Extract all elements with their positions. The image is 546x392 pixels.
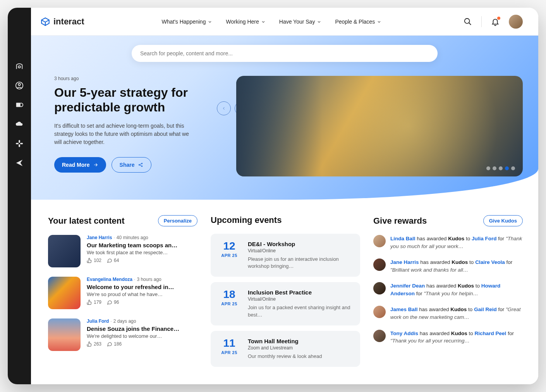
avatar[interactable] [373,330,386,342]
hero-dot-2[interactable] [493,166,496,170]
rail-send-icon[interactable] [15,159,24,167]
hero-image [236,76,523,176]
reward-giver[interactable]: Linda Ball [390,236,416,241]
hero-dot-3[interactable] [499,166,503,170]
svg-rect-8 [20,143,23,144]
chevron-down-icon [261,20,265,24]
thumbs-up-icon [87,300,92,305]
event-location: Virtual/Online [248,248,352,253]
rail-workday-icon[interactable] [15,62,24,70]
content-thumbnail [48,277,81,309]
search-icon[interactable] [464,17,472,26]
event-card[interactable]: 12APR 25 DE&I - WorkshopVirtual/OnlinePl… [211,234,360,277]
content-author[interactable]: Evangelina Mendoza [87,277,132,282]
content-title: Denise Souza joins the Finance… [87,325,197,332]
latest-content-column: Your latest content Personalize Jane Har… [48,215,197,372]
reward-giver[interactable]: Jane Harris [390,259,419,265]
comment-count[interactable]: 96 [107,300,119,305]
rail-onedrive-icon[interactable] [15,120,24,128]
give-kudos-button[interactable]: Give Kudos [483,215,523,226]
reward-receiver[interactable]: Gail Reid [474,306,497,312]
content-author[interactable]: Jane Harris [87,235,112,240]
svg-point-11 [141,163,142,164]
content-title: Our Marketing team scoops an… [87,242,197,248]
personalize-button[interactable]: Personalize [158,215,197,226]
event-description: Our monthly review & look ahead [248,353,352,360]
comment-icon [107,341,112,347]
reward-quote: "Thank you for helpin… [424,291,478,296]
comment-count[interactable]: 64 [107,258,119,263]
reward-item: Jane Harris has awarded Kudos to Claire … [373,258,523,274]
nav-whats-happening[interactable]: What's Happening [161,19,212,25]
event-card[interactable]: 18APR 25 Inclusion Best PracticeVirtual/… [211,282,360,325]
rail-sharepoint-icon[interactable] [15,101,24,109]
hero-dot-1[interactable] [486,166,490,170]
hero-dot-5[interactable] [511,166,515,170]
content-item[interactable]: Jane Harris·40 minutes ago Our Marketing… [48,235,197,267]
content-time: 2 days ago [113,318,136,324]
rail-profile-icon[interactable] [15,81,24,90]
content-item[interactable]: Evangelina Mendoza·3 hours ago Welcome t… [48,277,197,309]
rail-slack-icon[interactable] [15,139,24,148]
event-description: Join us for a packed event sharing insig… [248,304,352,318]
comment-count[interactable]: 186 [107,341,122,347]
svg-point-12 [141,166,142,166]
search-input[interactable] [132,45,438,62]
chevron-left-icon [221,106,226,111]
reward-type: Kudos [458,283,474,289]
like-count[interactable]: 179 [87,300,101,305]
app-frame: interact What's Happening Working Here H… [8,8,538,384]
event-title: Inclusion Best Practice [248,289,352,296]
svg-point-2 [18,84,21,86]
event-card[interactable]: 11APR 25 Town Hall MeetingZoom and Lives… [211,331,360,367]
avatar[interactable] [373,282,386,294]
comment-icon [107,300,112,305]
like-count[interactable]: 102 [87,258,101,263]
share-button[interactable]: Share [112,157,151,173]
nav-working-here[interactable]: Working Here [226,19,265,25]
svg-rect-6 [19,144,20,147]
avatar[interactable] [509,15,523,29]
rewards-title: Give rewards [373,216,427,226]
reward-type: Kudos [448,236,464,241]
svg-point-0 [18,66,21,68]
hero-section: 3 hours ago Our 5-year strategy for pred… [31,36,538,200]
main-panel: interact What's Happening Working Here H… [31,8,538,384]
svg-rect-5 [19,140,20,143]
avatar[interactable] [373,258,386,271]
event-description: Please join us for an interactive inclus… [248,256,352,270]
content-item[interactable]: Julia Ford·2 days ago Denise Souza joins… [48,318,197,351]
notifications-icon[interactable] [491,17,500,26]
read-more-button[interactable]: Read More [54,157,106,173]
event-day: 12 [218,241,240,252]
hero-prev-button[interactable] [217,101,231,115]
logo[interactable]: interact [40,17,84,27]
hero-dots [486,166,515,170]
reward-receiver[interactable]: Richard Peel [475,330,507,336]
reward-giver[interactable]: James Ball [390,306,418,312]
content-time: 3 hours ago [137,277,161,282]
thumbs-up-icon [87,341,92,347]
hero-dot-4[interactable] [505,166,509,170]
avatar[interactable] [373,235,386,247]
nav-people-places[interactable]: People & Places [335,19,381,25]
like-count[interactable]: 263 [87,341,101,347]
event-day: 11 [218,338,240,349]
reward-receiver[interactable]: Claire Veola [475,259,505,265]
reward-giver[interactable]: Tony Addis [390,330,418,336]
arrow-right-icon [93,162,98,168]
nav-have-your-say[interactable]: Have Your Say [279,19,321,25]
reward-item: Linda Ball has awarded Kudos to Julia Fo… [373,235,523,250]
topbar: interact What's Happening Working Here H… [31,8,538,36]
reward-giver[interactable]: Jennifer Dean [390,283,425,289]
svg-rect-7 [16,143,19,144]
avatar[interactable] [373,306,386,318]
logo-icon [40,17,50,27]
event-month: APR 25 [218,350,240,355]
svg-point-9 [465,18,470,23]
divider [481,16,482,27]
reward-receiver[interactable]: Julia Ford [472,236,497,241]
content-author[interactable]: Julia Ford [87,318,109,324]
share-icon [138,162,143,168]
content-columns: Your latest content Personalize Jane Har… [31,200,538,372]
